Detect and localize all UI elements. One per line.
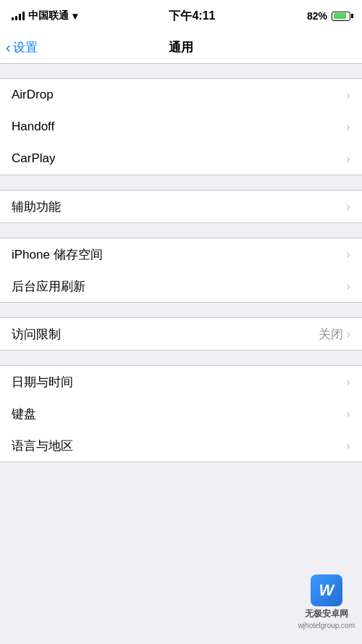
chevron-icon-background-refresh: › <box>346 279 350 294</box>
settings-content: AirDrop›Handoff›CarPlay›辅助功能›iPhone 储存空间… <box>0 64 362 462</box>
section-section-connectivity: AirDrop›Handoff›CarPlay› <box>0 78 362 175</box>
section-section-accessibility: 辅助功能› <box>0 190 362 223</box>
status-time: 下午4:11 <box>169 9 215 24</box>
cell-label-iphone-storage: iPhone 储存空间 <box>12 246 103 263</box>
cell-carplay[interactable]: CarPlay› <box>0 143 362 175</box>
watermark: W 无极安卓网 wjhotelgroup.com <box>298 574 355 630</box>
cell-label-handoff: Handoff <box>12 120 54 134</box>
chevron-icon-accessibility: › <box>346 199 350 214</box>
cell-date-time[interactable]: 日期与时间› <box>0 366 362 398</box>
cell-background-refresh[interactable]: 后台应用刷新› <box>0 270 362 302</box>
chevron-icon-keyboard: › <box>346 406 350 422</box>
chevron-icon-carplay: › <box>346 151 350 167</box>
chevron-icon-iphone-storage: › <box>346 247 350 262</box>
cell-language-region[interactable]: 语言与地区› <box>0 430 362 461</box>
cell-label-restrictions: 访问限制 <box>12 326 61 343</box>
carrier-label: 中国联通 <box>28 9 69 22</box>
status-bar: 中国联通 ▾ 下午4:11 82% <box>0 0 362 32</box>
cell-label-language-region: 语言与地区 <box>12 438 73 454</box>
watermark-logo-icon: W <box>311 574 342 606</box>
section-section-storage: iPhone 储存空间›后台应用刷新› <box>0 238 362 303</box>
chevron-icon-airdrop: › <box>346 88 350 103</box>
cell-label-carplay: CarPlay <box>12 151 55 166</box>
battery-percent: 82% <box>307 10 327 22</box>
section-section-regional: 日期与时间›键盘›语言与地区› <box>0 365 362 462</box>
cell-accessibility[interactable]: 辅助功能› <box>0 191 362 222</box>
cell-label-airdrop: AirDrop <box>12 88 54 102</box>
chevron-icon-handoff: › <box>346 120 350 135</box>
back-button[interactable]: ‹ 设置 <box>6 39 38 56</box>
cell-iphone-storage[interactable]: iPhone 储存空间› <box>0 238 362 270</box>
cell-label-accessibility: 辅助功能 <box>12 198 61 215</box>
battery-icon <box>332 12 350 21</box>
cell-handoff[interactable]: Handoff› <box>0 111 362 143</box>
cell-label-keyboard: 键盘 <box>12 406 36 422</box>
status-right: 82% <box>307 10 350 22</box>
signal-bars <box>12 12 25 20</box>
cell-label-background-refresh: 后台应用刷新 <box>12 278 85 295</box>
cell-value-restrictions: 关闭 <box>319 326 343 343</box>
page-title: 通用 <box>169 39 193 56</box>
nav-bar: ‹ 设置 通用 <box>0 32 362 64</box>
cell-keyboard[interactable]: 键盘› <box>0 398 362 430</box>
wifi-icon: ▾ <box>72 10 77 22</box>
cell-label-date-time: 日期与时间 <box>12 374 73 390</box>
watermark-line2: wjhotelgroup.com <box>298 622 355 630</box>
status-left: 中国联通 ▾ <box>12 9 77 22</box>
back-label: 设置 <box>13 39 38 56</box>
chevron-icon-date-time: › <box>346 375 350 390</box>
back-chevron-icon: ‹ <box>6 40 11 54</box>
chevron-icon-restrictions: › <box>346 327 350 342</box>
section-section-restrictions: 访问限制关闭› <box>0 317 362 351</box>
cell-airdrop[interactable]: AirDrop› <box>0 79 362 111</box>
cell-restrictions[interactable]: 访问限制关闭› <box>0 318 362 350</box>
watermark-line1: 无极安卓网 <box>305 608 348 620</box>
chevron-icon-language-region: › <box>346 438 350 453</box>
